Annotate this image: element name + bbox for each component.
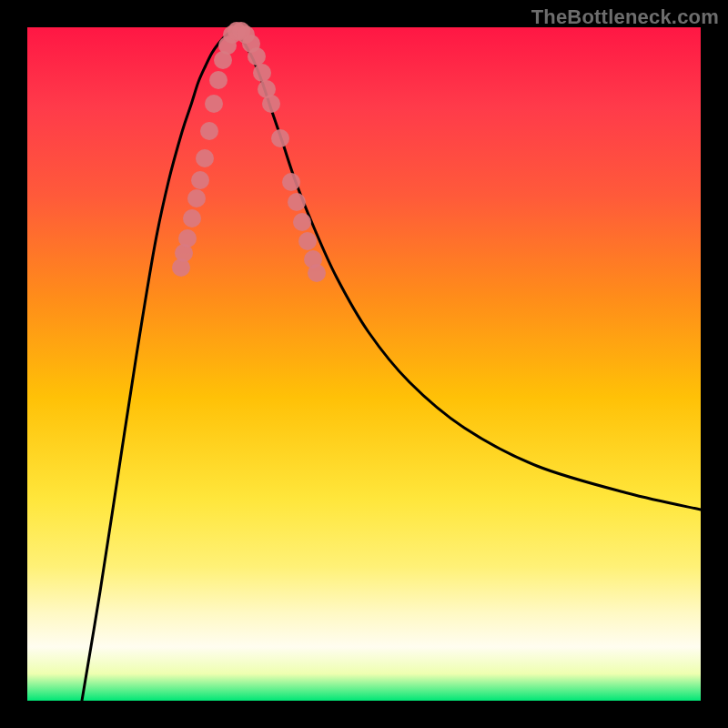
bead-marker xyxy=(205,95,223,113)
curve-group xyxy=(82,31,701,701)
bead-marker xyxy=(248,47,266,66)
watermark-text: TheBottleneck.com xyxy=(531,5,719,29)
bead-marker xyxy=(196,149,214,167)
bead-marker xyxy=(191,171,209,189)
bead-marker xyxy=(293,213,311,231)
bead-marker xyxy=(178,229,197,248)
bead-marker xyxy=(262,95,280,113)
marker-group xyxy=(172,22,326,282)
bead-marker xyxy=(271,129,289,147)
bead-marker xyxy=(298,232,317,250)
bead-marker xyxy=(209,71,228,89)
bead-marker xyxy=(200,122,218,140)
chart-stage: TheBottleneck.com xyxy=(0,0,728,728)
chart-svg xyxy=(27,27,701,701)
bead-marker xyxy=(288,193,306,211)
curve-right-curve xyxy=(232,31,701,510)
bead-marker xyxy=(187,189,206,207)
bead-marker xyxy=(282,173,300,191)
plot-area xyxy=(27,27,701,701)
bead-marker xyxy=(308,264,326,282)
bead-marker xyxy=(183,209,201,228)
bead-marker xyxy=(253,64,271,82)
